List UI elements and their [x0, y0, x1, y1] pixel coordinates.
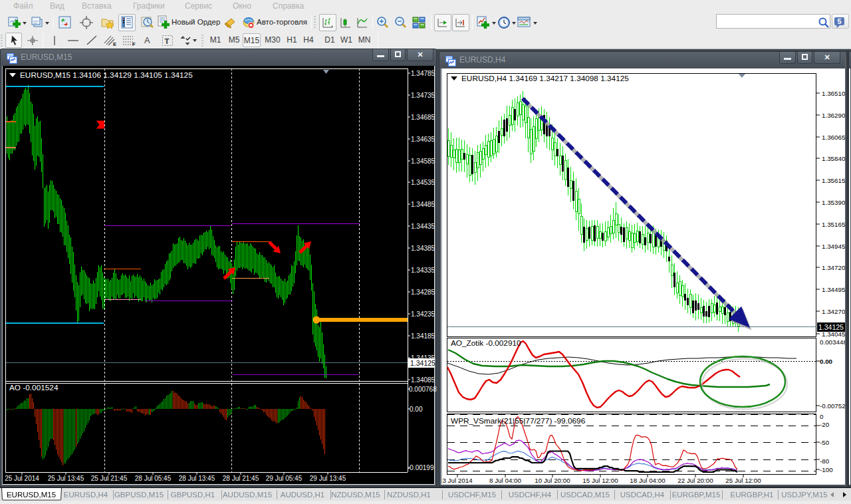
svg-text:25 Jul 13:45: 25 Jul 13:45 — [48, 475, 84, 482]
svg-text:1.34125: 1.34125 — [818, 323, 844, 331]
svg-text:29 Jul 05:45: 29 Jul 05:45 — [266, 475, 303, 482]
svg-text:0.003448: 0.003448 — [820, 338, 847, 346]
svg-text:1.34235: 1.34235 — [411, 311, 435, 318]
svg-text:1.34485: 1.34485 — [411, 201, 435, 208]
svg-text:1.34635: 1.34635 — [411, 136, 435, 143]
svg-text:29 Jul 13:45: 29 Jul 13:45 — [310, 475, 346, 482]
svg-text:-50: -50 — [820, 439, 830, 446]
svg-text:1.34385: 1.34385 — [411, 245, 435, 252]
svg-text:1.34535: 1.34535 — [411, 179, 435, 186]
svg-text:0.00: 0.00 — [410, 406, 423, 413]
svg-text:25 Jul 21:45: 25 Jul 21:45 — [91, 475, 128, 482]
svg-text:25 Jul 12:00: 25 Jul 12:00 — [725, 477, 761, 484]
svg-text:AO_Zotik -0.002910: AO_Zotik -0.002910 — [451, 338, 521, 348]
svg-text:1.36510: 1.36510 — [822, 90, 846, 97]
svg-text:1.34125: 1.34125 — [410, 359, 435, 367]
svg-text:22 Jul 20:00: 22 Jul 20:00 — [677, 477, 713, 484]
svg-text:-20: -20 — [820, 421, 830, 428]
svg-text:1.34945: 1.34945 — [822, 243, 846, 250]
svg-text:1.35615: 1.35615 — [822, 177, 846, 184]
svg-text:3 Jul 2014: 3 Jul 2014 — [442, 477, 473, 484]
svg-text:0.00: 0.00 — [820, 358, 833, 365]
svg-text:-100: -100 — [820, 466, 833, 473]
svg-text:T: T — [165, 37, 170, 45]
svg-text:8 Jul 04:00: 8 Jul 04:00 — [489, 477, 521, 484]
svg-text:1.34495: 1.34495 — [822, 286, 846, 293]
svg-text:1.34735: 1.34735 — [411, 92, 435, 99]
svg-text:1.35165: 1.35165 — [822, 221, 846, 228]
svg-text:F: F — [132, 41, 136, 47]
svg-text:28 Jul 05:45: 28 Jul 05:45 — [135, 475, 172, 482]
svg-text:1.34085: 1.34085 — [411, 376, 435, 384]
svg-text:25 Jul 2014: 25 Jul 2014 — [5, 475, 39, 482]
svg-text:1.35840: 1.35840 — [822, 155, 846, 162]
svg-text:1.34585: 1.34585 — [411, 158, 435, 165]
svg-text:EURUSD,M15 1.34106 1.34129 1.: EURUSD,M15 1.34106 1.34129 1.34105 1.341… — [20, 70, 193, 80]
svg-text:1.34435: 1.34435 — [411, 223, 435, 230]
svg-text:5: 5 — [837, 17, 841, 25]
svg-text:1.34185: 1.34185 — [411, 332, 435, 340]
svg-text:28 Jul 21:45: 28 Jul 21:45 — [223, 475, 259, 482]
svg-text:1.34685: 1.34685 — [411, 114, 435, 121]
svg-text:WPR_VSmark(21|55|77/277) -99.0: WPR_VSmark(21|55|77/277) -99.0696 — [451, 416, 586, 426]
svg-text:-80: -80 — [820, 457, 830, 465]
svg-text:-0.00199: -0.00199 — [408, 464, 434, 471]
svg-text:1.34785: 1.34785 — [411, 70, 435, 77]
svg-text:1.35390: 1.35390 — [822, 199, 846, 206]
svg-text:EURUSD,H4 1.34169 1.34217 1.3: EURUSD,H4 1.34169 1.34217 1.34098 1.3412… — [461, 74, 629, 83]
svg-text:E: E — [113, 41, 116, 47]
svg-text:0: 0 — [820, 413, 824, 420]
svg-text:1.36290: 1.36290 — [822, 112, 846, 119]
svg-text:10 Jul 20:00: 10 Jul 20:00 — [535, 477, 570, 484]
svg-text:1.34285: 1.34285 — [411, 289, 435, 296]
svg-text:18 Jul 04:00: 18 Jul 04:00 — [630, 477, 666, 484]
svg-text:1.36065: 1.36065 — [822, 134, 846, 141]
svg-text:AO -0.001524: AO -0.001524 — [9, 383, 59, 392]
svg-text:28 Jul 13:45: 28 Jul 13:45 — [179, 475, 215, 482]
svg-text:0.000768: 0.000768 — [409, 386, 437, 393]
svg-text:15 Jul 12:00: 15 Jul 12:00 — [582, 477, 618, 484]
svg-text:1.34335: 1.34335 — [411, 267, 435, 274]
svg-text:1.34720: 1.34720 — [822, 264, 846, 271]
svg-text:1.34270: 1.34270 — [822, 308, 846, 315]
